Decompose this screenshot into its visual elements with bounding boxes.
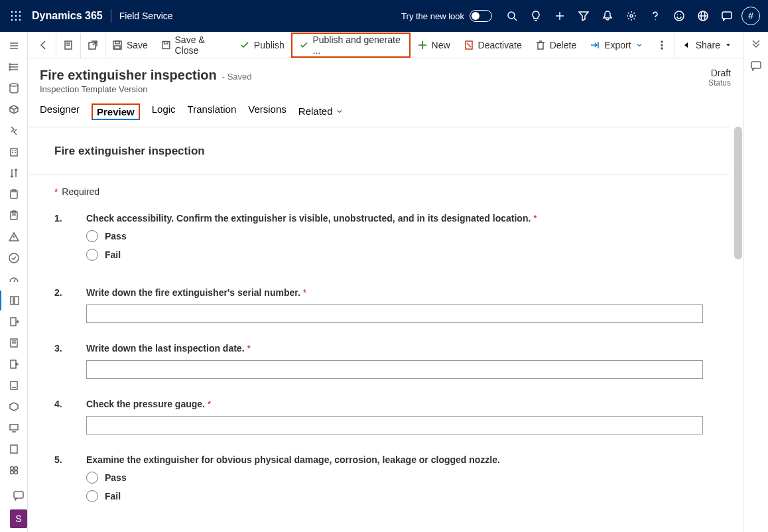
radio-label: Pass [105, 472, 127, 483]
clipboard-icon[interactable] [0, 184, 28, 204]
doc2-icon[interactable] [0, 375, 28, 395]
copilot-icon[interactable] [751, 38, 761, 51]
share-button[interactable]: Share [674, 33, 739, 58]
radio-label: Pass [105, 231, 127, 241]
feedback-icon[interactable] [667, 0, 691, 32]
svg-rect-47 [11, 297, 13, 304]
svg-point-59 [10, 467, 13, 470]
overflow-button[interactable] [650, 33, 674, 58]
svg-point-44 [13, 239, 14, 239]
tab-preview[interactable]: Preview [92, 103, 140, 120]
doc-out-icon[interactable] [0, 312, 28, 332]
question-text: Write down the fire extinguisher's seria… [86, 287, 703, 298]
svg-point-5 [19, 15, 21, 17]
app-name[interactable]: Field Service [119, 11, 173, 21]
sort-icon[interactable] [0, 163, 28, 183]
pressure-gauge-input[interactable] [86, 416, 703, 434]
svg-point-32 [10, 84, 18, 86]
publish-button[interactable]: Publish [233, 33, 291, 58]
search-icon[interactable] [500, 0, 524, 32]
svg-point-7 [15, 19, 17, 21]
chat-icon[interactable] [715, 0, 739, 32]
tab-logic[interactable]: Logic [152, 103, 176, 120]
radio-label: Fail [105, 491, 121, 501]
svg-point-6 [11, 19, 13, 21]
database-icon[interactable] [0, 78, 28, 98]
divider [111, 9, 111, 23]
open-new-icon[interactable] [81, 33, 105, 58]
plus-icon[interactable] [548, 0, 572, 32]
svg-point-16 [674, 11, 684, 21]
tab-designer[interactable]: Designer [40, 103, 80, 120]
svg-point-15 [655, 19, 655, 20]
svg-point-0 [11, 11, 13, 13]
serial-number-input[interactable] [86, 304, 703, 323]
notification-icon[interactable] [596, 0, 619, 32]
radio-pass[interactable] [86, 472, 98, 484]
question-number: 3. [54, 343, 70, 379]
settings-icon[interactable] [619, 0, 643, 32]
scrollbar[interactable] [734, 127, 742, 532]
tab-related[interactable]: Related [298, 103, 344, 120]
svg-line-76 [467, 43, 471, 47]
area-switcher[interactable]: S [10, 509, 27, 528]
form-preview: Fire extinguisher inspection * Required … [28, 127, 730, 532]
question-number: 5. [54, 454, 70, 509]
help-icon[interactable] [643, 0, 667, 32]
inspection-date-input[interactable] [86, 360, 703, 379]
svg-point-17 [677, 14, 678, 15]
right-rail [743, 32, 768, 532]
tab-translation[interactable]: Translation [188, 103, 237, 120]
radio-fail[interactable] [86, 490, 98, 502]
try-new-look-toggle[interactable] [470, 10, 492, 22]
svg-point-14 [630, 15, 633, 17]
globe-icon[interactable] [691, 0, 715, 32]
radio-fail[interactable] [86, 249, 98, 261]
warning-icon[interactable] [0, 227, 28, 247]
form-icon[interactable] [0, 291, 28, 310]
list-icon[interactable] [0, 57, 28, 77]
chat-pane-icon[interactable] [751, 60, 761, 73]
box-icon[interactable] [0, 100, 28, 119]
profile-icon[interactable]: # [739, 0, 763, 32]
save-button[interactable]: Save [105, 33, 155, 58]
odometer-icon[interactable] [0, 269, 28, 289]
puzzle-icon[interactable] [0, 460, 28, 480]
export-button[interactable]: Export [583, 33, 649, 58]
new-button[interactable]: New [411, 33, 457, 58]
left-rail: S [0, 32, 28, 532]
building-icon[interactable] [0, 142, 28, 162]
svg-point-62 [14, 471, 17, 474]
deactivate-button[interactable]: Deactivate [457, 33, 529, 58]
status-field[interactable]: Draft Status [708, 68, 731, 94]
lightbulb-icon[interactable] [524, 0, 548, 32]
doc3-icon[interactable] [0, 439, 28, 459]
check-circle-icon[interactable] [0, 248, 28, 268]
arrows-icon[interactable] [0, 121, 28, 141]
box2-icon[interactable] [0, 397, 28, 417]
brand-label[interactable]: Dynamics 365 [32, 10, 103, 22]
radio-pass[interactable] [86, 230, 98, 242]
svg-rect-49 [11, 318, 16, 326]
doc-in-icon[interactable] [0, 354, 28, 374]
question-number: 2. [54, 287, 70, 323]
form-selector-icon[interactable] [56, 33, 81, 58]
svg-point-2 [19, 11, 21, 13]
filter-icon[interactable] [572, 0, 596, 32]
required-note: * Required [54, 186, 703, 197]
clipboard2-icon[interactable] [0, 206, 28, 226]
publish-generate-button[interactable]: Publish and generate ... [291, 33, 411, 58]
doc-icon[interactable] [0, 333, 28, 353]
svg-point-1 [15, 11, 17, 13]
delete-button[interactable]: Delete [529, 33, 583, 58]
svg-point-9 [508, 12, 515, 19]
svg-rect-85 [751, 62, 761, 68]
back-button[interactable] [32, 33, 56, 58]
svg-point-83 [661, 44, 663, 46]
hamburger-icon[interactable] [0, 36, 28, 56]
monitor-icon[interactable] [0, 418, 28, 438]
chat2-icon[interactable] [5, 486, 28, 505]
save-close-button[interactable]: Save & Close [155, 33, 233, 58]
tab-versions[interactable]: Versions [248, 103, 287, 120]
app-launcher-icon[interactable] [5, 5, 27, 27]
